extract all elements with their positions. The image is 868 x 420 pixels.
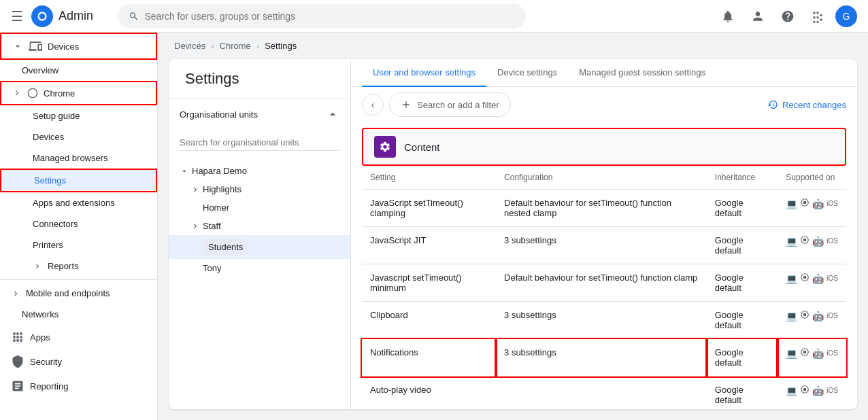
tabs-bar: User and browser settings Device setting… — [351, 59, 857, 87]
org-tony-label: Tony — [203, 263, 221, 273]
td-supported: 💻 🤖 iOS — [778, 339, 846, 377]
main-layout: Devices Overview Chrome Setup guide Devi… — [0, 33, 868, 420]
org-item-hapara-demo[interactable]: Hapara Demo — [169, 162, 350, 180]
chrome-icon — [27, 88, 38, 99]
org-item-highlights[interactable]: Highlights — [169, 180, 350, 198]
org-item-homer[interactable]: Homer — [169, 198, 350, 217]
sidebar-item-reporting[interactable]: Reporting — [0, 374, 157, 398]
tab-managed-guest-session[interactable]: Managed guest session settings — [568, 59, 716, 87]
sidebar-item-devices-sub[interactable]: Devices — [0, 126, 157, 147]
user-avatar[interactable]: G — [835, 5, 857, 27]
sidebar-item-mobile-endpoints[interactable]: Mobile and endpoints — [0, 283, 157, 304]
td-inheritance: Google default — [707, 377, 778, 410]
td-inheritance: Google default — [707, 302, 778, 339]
org-hapara-label: Hapara Demo — [192, 166, 247, 176]
td-setting: Javascript setTimeout() minimum — [362, 264, 496, 302]
sidebar-item-managed-browsers[interactable]: Managed browsers — [0, 147, 157, 169]
history-icon — [767, 99, 778, 110]
td-setting: JavaScript setTimeout() clamping — [362, 190, 496, 227]
sidebar-item-settings[interactable]: Settings — [0, 169, 157, 192]
table-row[interactable]: JavaScript JIT 3 subsettings Google defa… — [362, 227, 846, 264]
content-icon — [374, 136, 396, 158]
desktop-icon: 💻 — [786, 198, 797, 209]
sidebar-item-networks[interactable]: Networks — [0, 304, 157, 325]
chevron-down-org-icon — [180, 167, 189, 176]
td-setting: Clipboard — [362, 302, 496, 339]
back-button[interactable]: ‹ — [362, 94, 384, 116]
table-row[interactable]: Javascript setTimeout() minimum Default … — [362, 264, 846, 302]
org-units-header: Organisational units — [169, 99, 350, 129]
topbar: ☰ Admin G — [0, 0, 868, 33]
sidebar-item-reports[interactable]: Reports — [0, 256, 157, 277]
td-inheritance: Google default — [707, 339, 778, 377]
svg-point-5 — [803, 239, 807, 242]
td-supported: 💻 🤖 iOS — [778, 264, 846, 302]
table-row[interactable]: Clipboard 3 subsettings Google default 💻… — [362, 302, 846, 339]
table-header-row: Setting Configuration Inheritance Suppor… — [362, 166, 846, 190]
support-icons: 💻 🤖 iOS — [786, 198, 838, 209]
table-row[interactable]: Auto-play video Google default 💻 🤖 iOS — [362, 377, 846, 410]
sidebar-item-connectors[interactable]: Connectors — [0, 213, 157, 234]
sidebar: Devices Overview Chrome Setup guide Devi… — [0, 33, 158, 420]
sidebar-item-devices[interactable]: Devices — [0, 33, 157, 60]
ios-badge: iOS — [827, 200, 838, 207]
td-configuration: Default behaviour for setTimeout() funct… — [496, 264, 707, 302]
content-area: Devices › Chrome › Settings Settings Org… — [158, 33, 868, 420]
chrome-browser-icon — [800, 235, 809, 247]
td-inheritance: Google default — [707, 190, 778, 227]
chrome-browser-icon — [800, 347, 809, 359]
svg-point-13 — [803, 388, 807, 391]
th-inheritance: Inheritance — [707, 166, 778, 190]
chevron-down-icon — [12, 41, 23, 52]
menu-icon[interactable]: ☰ — [11, 8, 23, 24]
sidebar-item-overview[interactable]: Overview — [0, 60, 157, 81]
org-students-label: Students — [203, 239, 248, 255]
sidebar-item-security[interactable]: Security — [0, 349, 157, 374]
breadcrumb-current: Settings — [265, 41, 297, 51]
table-row[interactable]: Notifications 3 subsettings Google defau… — [362, 339, 846, 377]
td-supported: 💻 🤖 iOS — [778, 302, 846, 339]
account-icon[interactable] — [746, 4, 770, 29]
td-supported: 💻 🤖 iOS — [778, 227, 846, 264]
android-icon: 🤖 — [812, 311, 824, 321]
notifications-icon[interactable] — [716, 4, 740, 29]
chevron-right-staff-icon — [190, 222, 200, 231]
android-icon: 🤖 — [812, 236, 824, 247]
org-item-staff[interactable]: Staff — [169, 217, 350, 235]
org-tree: Hapara Demo Highlights Homer — [169, 156, 350, 409]
sidebar-setup-label: Setup guide — [33, 111, 80, 121]
expand-collapse-icon[interactable] — [326, 107, 339, 121]
breadcrumb-devices[interactable]: Devices — [174, 41, 205, 51]
breadcrumb-chrome[interactable]: Chrome — [220, 41, 251, 51]
sidebar-connectors-label: Connectors — [33, 219, 78, 229]
td-configuration: 3 subsettings — [496, 227, 707, 264]
search-input[interactable] — [144, 11, 515, 22]
right-panel: User and browser settings Device setting… — [351, 59, 857, 409]
chrome-browser-icon — [800, 310, 809, 321]
left-panel: Settings Organisational units Hapara Dem… — [169, 59, 351, 409]
sidebar-apps-label: Apps — [30, 332, 50, 343]
tab-user-browser-settings[interactable]: User and browser settings — [362, 59, 486, 87]
filter-bar[interactable]: Search or add a filter — [389, 92, 511, 117]
sidebar-item-chrome[interactable]: Chrome — [0, 81, 157, 105]
grid-icon[interactable] — [805, 4, 830, 29]
sidebar-item-apps-extensions[interactable]: Apps and extensions — [0, 192, 157, 213]
org-item-tony[interactable]: Tony — [169, 259, 350, 277]
sidebar-item-setup-guide[interactable]: Setup guide — [0, 105, 157, 126]
svg-point-7 — [803, 276, 807, 279]
tab-device-settings[interactable]: Device settings — [486, 59, 568, 87]
org-staff-label: Staff — [203, 221, 221, 231]
topbar-actions: G — [716, 4, 857, 29]
app-name: Admin — [59, 9, 93, 23]
sidebar-item-printers[interactable]: Printers — [0, 234, 157, 256]
help-icon[interactable] — [775, 4, 800, 29]
org-item-students[interactable]: Students — [169, 235, 350, 259]
table-row[interactable]: JavaScript setTimeout() clamping Default… — [362, 190, 846, 227]
recent-changes-button[interactable]: Recent changes — [767, 99, 846, 110]
org-search — [169, 129, 350, 156]
org-search-input[interactable] — [180, 135, 339, 151]
sidebar-reporting-label: Reporting — [30, 381, 68, 391]
sidebar-item-apps[interactable]: Apps — [0, 325, 157, 349]
org-homer-label: Homer — [203, 203, 229, 213]
sidebar-devices-label: Devices — [48, 41, 79, 52]
